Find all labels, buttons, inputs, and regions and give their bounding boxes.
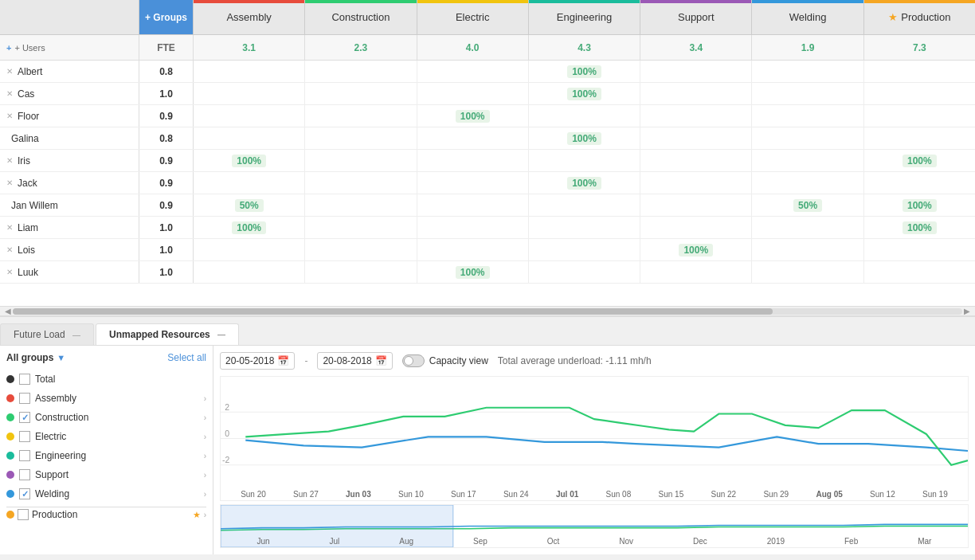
table-row: ✕ Iris 0.9 100%100% xyxy=(0,150,975,172)
scroll-left-arrow[interactable]: ◀ xyxy=(3,307,13,315)
row-cell-5-0 xyxy=(194,172,305,194)
group-dot xyxy=(6,413,14,421)
filter-icon[interactable]: ▼ xyxy=(57,353,65,362)
fte-assembly: 3.1 xyxy=(194,35,305,60)
group-checkbox[interactable] xyxy=(19,393,30,404)
sidebar-item-engineering[interactable]: Engineering › xyxy=(6,446,206,465)
calendar-icon-2: 📅 xyxy=(375,355,387,366)
row-name: Luuk xyxy=(18,267,38,278)
row-name: Iris xyxy=(18,155,30,166)
groups-button[interactable]: + Groups xyxy=(139,0,194,34)
table-row: ✕ Lois 1.0 100% xyxy=(0,239,975,261)
support-color-bar xyxy=(640,0,751,3)
svg-text:0: 0 xyxy=(225,429,229,438)
sidebar-item-welding[interactable]: ✓ Welding › xyxy=(6,484,206,503)
sidebar-item-electric[interactable]: Electric › xyxy=(6,427,206,446)
row-remove-icon[interactable]: ✕ xyxy=(6,112,13,120)
tab-unmapped-resources[interactable]: Unmapped Resources — xyxy=(96,323,239,345)
row-name-cell-2: ✕ Floor xyxy=(0,105,139,127)
all-groups-label: All groups ▼ xyxy=(6,352,65,363)
group-checkbox[interactable] xyxy=(19,374,30,385)
row-cell-1-0 xyxy=(194,83,305,104)
group-expand-arrow[interactable]: › xyxy=(204,413,206,422)
group-checkbox[interactable]: ✓ xyxy=(19,488,30,499)
row-cell-5-4 xyxy=(640,172,752,194)
group-label: Electric xyxy=(35,431,199,442)
users-cell[interactable]: + + Users xyxy=(0,35,139,60)
row-name-cell-3: Galina xyxy=(0,127,139,149)
sidebar-item-assembly[interactable]: Assembly › xyxy=(6,389,206,408)
toggle-switch[interactable] xyxy=(402,354,425,367)
group-dot xyxy=(6,394,14,402)
row-fte-1: 1.0 xyxy=(139,83,194,104)
sidebar-item-construction[interactable]: ✓ Construction › xyxy=(6,408,206,427)
tab-future-load[interactable]: Future Load — xyxy=(0,323,94,345)
row-cell-7-3 xyxy=(529,217,640,238)
row-cell-7-6: 100% xyxy=(864,217,975,238)
col-assembly: Assembly xyxy=(194,0,305,34)
unmapped-resources-tab-close[interactable]: — xyxy=(217,331,225,339)
row-cell-1-3: 100% xyxy=(529,83,640,104)
row-remove-icon[interactable]: ✕ xyxy=(6,89,13,98)
row-remove-icon[interactable]: ✕ xyxy=(6,268,13,276)
row-name-cell-0: ✕ Albert xyxy=(0,61,139,82)
horizontal-scrollbar[interactable]: ◀ ▶ xyxy=(0,306,975,315)
row-cell-7-1 xyxy=(305,217,417,238)
date-to-input[interactable]: 20-08-2018 📅 xyxy=(317,352,392,370)
scrollbar-thumb[interactable] xyxy=(13,308,773,315)
production-dot xyxy=(6,511,14,519)
row-fte-9: 1.0 xyxy=(139,261,194,283)
scroll-right-arrow[interactable]: ▶ xyxy=(962,307,972,315)
group-dot xyxy=(6,490,14,498)
engineering-color-bar xyxy=(529,0,640,3)
row-remove-icon[interactable]: ✕ xyxy=(6,67,13,76)
group-expand-arrow[interactable]: › xyxy=(204,471,206,480)
row-name-cell-7: ✕ Liam xyxy=(0,217,139,238)
row-name-cell-9: ✕ Luuk xyxy=(0,261,139,283)
welding-label: Welding xyxy=(789,11,827,23)
fte-assembly-val: 3.1 xyxy=(242,42,256,53)
row-fte-3: 0.8 xyxy=(139,127,194,149)
group-checkbox[interactable] xyxy=(19,469,30,480)
row-name: Floor xyxy=(18,111,39,122)
group-dot xyxy=(6,452,14,460)
group-expand-arrow[interactable]: › xyxy=(204,452,206,460)
group-expand-arrow[interactable]: › xyxy=(204,433,206,441)
col-support: Support xyxy=(640,0,752,34)
row-fte-5: 0.9 xyxy=(139,172,194,194)
row-remove-icon[interactable]: ✕ xyxy=(6,178,13,187)
row-cell-3-3: 100% xyxy=(529,127,640,149)
row-cell-3-0 xyxy=(194,127,305,149)
future-load-tab-close[interactable]: — xyxy=(72,331,80,339)
row-fte-4: 0.9 xyxy=(139,150,194,171)
row-remove-icon[interactable]: ✕ xyxy=(6,156,13,165)
row-remove-icon[interactable]: ✕ xyxy=(6,245,13,254)
group-expand-arrow[interactable]: › xyxy=(204,394,206,403)
group-checkbox[interactable] xyxy=(19,450,30,461)
group-expand-arrow[interactable]: › xyxy=(204,490,206,499)
pct-badge: 100% xyxy=(567,177,601,190)
table-row: Galina 0.8 100% xyxy=(0,127,975,150)
svg-text:-2: -2 xyxy=(222,455,229,464)
select-all-link[interactable]: Select all xyxy=(167,352,206,363)
production-star: ★ xyxy=(888,11,898,23)
pct-badge: 100% xyxy=(903,221,937,234)
groups-label: + Groups xyxy=(145,12,187,23)
production-checkbox[interactable] xyxy=(18,509,29,520)
col-welding: Welding xyxy=(752,0,863,34)
row-cell-0-0 xyxy=(194,61,305,82)
fte-label-cell: FTE xyxy=(139,35,194,60)
sidebar-item-total[interactable]: Total xyxy=(6,370,206,389)
sidebar-item-support[interactable]: Support › xyxy=(6,465,206,484)
row-cell-3-6 xyxy=(864,127,975,149)
svg-text:2: 2 xyxy=(225,402,229,412)
support-label: Support xyxy=(678,11,715,23)
group-checkbox[interactable] xyxy=(19,431,30,442)
production-star-icon: ★ xyxy=(193,510,201,520)
row-cell-7-4 xyxy=(640,217,752,238)
capacity-toggle[interactable]: Capacity view xyxy=(402,354,488,367)
group-checkbox[interactable]: ✓ xyxy=(19,412,30,423)
scrollbar-track[interactable] xyxy=(13,308,962,315)
date-from-input[interactable]: 20-05-2018 📅 xyxy=(220,352,295,370)
row-remove-icon[interactable]: ✕ xyxy=(6,223,13,232)
